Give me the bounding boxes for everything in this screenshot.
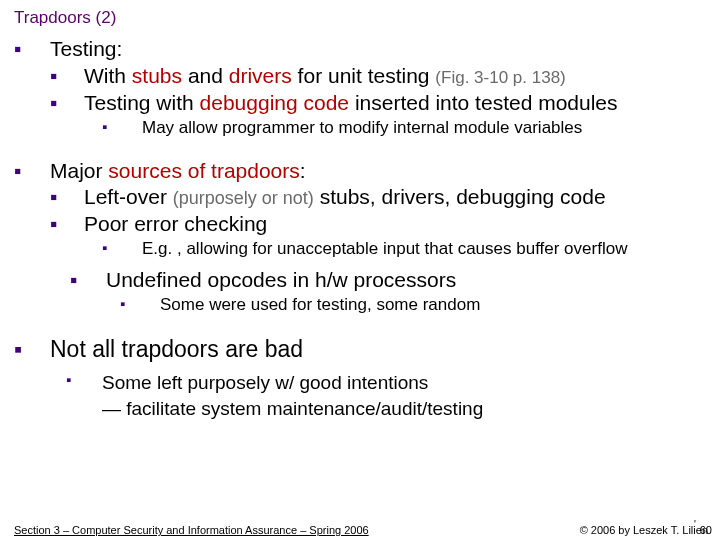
square-bullet-icon: ▪ bbox=[120, 294, 160, 317]
square-bullet-icon: ▪ bbox=[102, 117, 142, 140]
txt: Testing with bbox=[84, 91, 200, 114]
text-testing: Testing: bbox=[50, 36, 708, 63]
text-poor-error: Poor error checking bbox=[84, 211, 708, 238]
txt: for unit testing bbox=[292, 64, 436, 87]
bullet-some-used: ▪ Some were used for testing, some rando… bbox=[120, 294, 708, 317]
square-bullet-icon: ▪ bbox=[14, 36, 50, 63]
txt: Left-over bbox=[84, 185, 173, 208]
txt: — facilitate system maintenance/audit/te… bbox=[102, 398, 483, 419]
slide-title: Trapdoors (2) bbox=[14, 8, 708, 28]
square-bullet-icon: ▪ bbox=[50, 63, 84, 90]
square-bullet-icon: ▪ bbox=[14, 335, 50, 364]
txt: sources of trapdoors bbox=[108, 159, 299, 182]
text-undefined-opcodes: Undefined opcodes in h/w processors bbox=[106, 267, 708, 294]
bullet-not-all-bad: ▪ Not all trapdoors are bad bbox=[14, 335, 708, 364]
bullet-left-over: ▪ Left-over (purposely or not) stubs, dr… bbox=[50, 184, 708, 211]
txt: : bbox=[300, 159, 306, 182]
txt: stubs bbox=[132, 64, 182, 87]
footer: Section 3 – Computer Security and Inform… bbox=[0, 524, 720, 536]
square-bullet-icon: ▪ bbox=[66, 370, 102, 421]
txt: Major bbox=[50, 159, 108, 182]
txt: drivers bbox=[229, 64, 292, 87]
square-bullet-icon: ▪ bbox=[50, 211, 84, 238]
slide: Trapdoors (2) ▪ Testing: ▪ With stubs an… bbox=[0, 0, 720, 540]
square-bullet-icon: ▪ bbox=[102, 238, 142, 261]
bullet-poor-error: ▪ Poor error checking bbox=[50, 211, 708, 238]
txt: (purposely or not) bbox=[173, 188, 314, 208]
square-bullet-icon: ▪ bbox=[14, 158, 50, 185]
bullet-some-left: ▪ Some left purposely w/ good intentions… bbox=[66, 370, 708, 421]
txt: Some left purposely w/ good intentions bbox=[102, 372, 428, 393]
txt: inserted into tested modules bbox=[349, 91, 618, 114]
text-stubs-drivers: With stubs and drivers for unit testing … bbox=[84, 63, 708, 90]
bullet-testing: ▪ Testing: bbox=[14, 36, 708, 63]
text-some-used: Some were used for testing, some random bbox=[160, 294, 708, 317]
bullet-major-sources: ▪ Major sources of trapdoors: bbox=[14, 158, 708, 185]
bullet-eg-buffer: ▪ E.g. , allowing for unacceptable input… bbox=[102, 238, 708, 261]
footer-left: Section 3 – Computer Security and Inform… bbox=[14, 524, 369, 536]
text-debugging-code: Testing with debugging code inserted int… bbox=[84, 90, 708, 117]
txt: (Fig. 3-10 p. 138) bbox=[435, 68, 565, 87]
bullet-may-allow: ▪ May allow programmer to modify interna… bbox=[102, 117, 708, 140]
text-major-sources: Major sources of trapdoors: bbox=[50, 158, 708, 185]
text-eg-buffer: E.g. , allowing for unacceptable input t… bbox=[142, 238, 708, 261]
tick-mark: ' bbox=[694, 519, 696, 530]
square-bullet-icon: ▪ bbox=[50, 90, 84, 117]
text-left-over: Left-over (purposely or not) stubs, driv… bbox=[84, 184, 708, 211]
txt: debugging code bbox=[200, 91, 349, 114]
txt: and bbox=[182, 64, 229, 87]
bullet-debugging-code: ▪ Testing with debugging code inserted i… bbox=[50, 90, 708, 117]
square-bullet-icon: ▪ bbox=[50, 184, 84, 211]
text-may-allow: May allow programmer to modify internal … bbox=[142, 117, 708, 140]
txt: stubs, drivers, debugging code bbox=[314, 185, 606, 208]
text-not-all-bad: Not all trapdoors are bad bbox=[50, 335, 708, 364]
square-bullet-icon: ▪ bbox=[70, 267, 106, 294]
txt: With bbox=[84, 64, 132, 87]
footer-right: © 2006 by Leszek T. Lilien bbox=[580, 524, 708, 536]
bullet-stubs-drivers: ▪ With stubs and drivers for unit testin… bbox=[50, 63, 708, 90]
page-number: 60 bbox=[700, 524, 712, 536]
text-some-left: Some left purposely w/ good intentions —… bbox=[102, 370, 708, 421]
bullet-undefined-opcodes: ▪ Undefined opcodes in h/w processors bbox=[70, 267, 708, 294]
